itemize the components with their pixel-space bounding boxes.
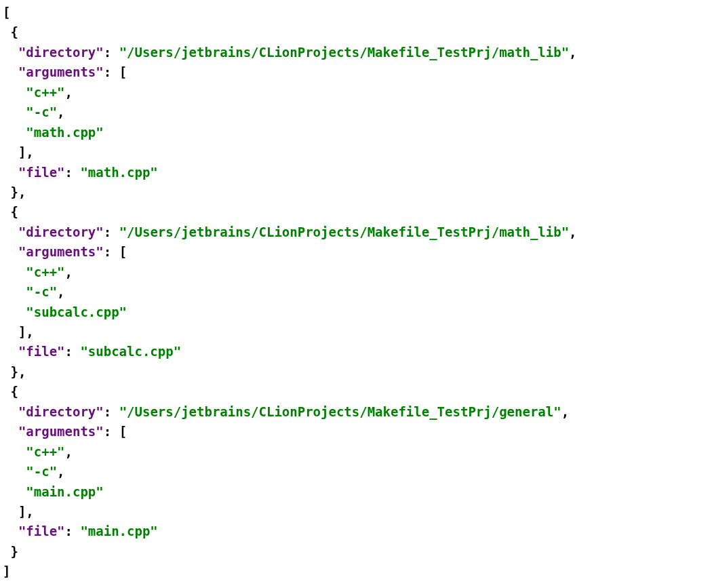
- comma: ,: [561, 404, 569, 419]
- comma: ,: [65, 444, 73, 459]
- comma: ,: [569, 224, 576, 239]
- colon: :: [65, 165, 81, 180]
- json-string: "-c": [26, 284, 57, 299]
- bracket-close: ],: [18, 324, 34, 339]
- json-string: "c++": [26, 444, 64, 459]
- bracket-open: [: [119, 64, 127, 79]
- brace-open: {: [10, 204, 18, 219]
- bracket-close: ],: [18, 144, 34, 159]
- bracket-open: [: [119, 244, 127, 259]
- colon: :: [104, 224, 119, 239]
- bracket-close: ]: [3, 564, 10, 579]
- json-key: "file": [18, 344, 65, 359]
- json-string: "/Users/jetbrains/CLionProjects/Makefile…: [119, 224, 569, 239]
- json-string: "subcalc.cpp": [26, 305, 127, 319]
- json-key: "directory": [18, 45, 104, 60]
- bracket-open: [: [119, 424, 127, 439]
- json-code-block: [ { "directory": "/Users/jetbrains/CLion…: [0, 0, 712, 585]
- comma: ,: [65, 264, 73, 279]
- brace-open: {: [10, 384, 18, 399]
- brace-close: },: [10, 184, 26, 199]
- brace-open: {: [10, 24, 18, 39]
- comma: ,: [57, 284, 64, 299]
- comma: ,: [569, 45, 576, 60]
- json-key: "arguments": [18, 244, 104, 259]
- json-key: "directory": [18, 404, 104, 419]
- colon: :: [104, 64, 119, 79]
- json-string: "math.cpp": [80, 165, 157, 180]
- json-string: "c++": [26, 85, 64, 100]
- json-string: "subcalc.cpp": [80, 344, 181, 359]
- colon: :: [104, 404, 119, 419]
- colon: :: [104, 45, 119, 60]
- colon: :: [104, 244, 119, 259]
- brace-close: }: [10, 544, 18, 559]
- comma: ,: [57, 464, 64, 479]
- json-string: "/Users/jetbrains/CLionProjects/Makefile…: [119, 404, 561, 419]
- bracket-open: [: [3, 5, 10, 20]
- json-key: "arguments": [18, 424, 104, 439]
- json-string: "-c": [26, 104, 57, 119]
- colon: :: [65, 344, 81, 359]
- json-key: "file": [18, 165, 65, 180]
- json-string: "main.cpp": [80, 524, 157, 538]
- brace-close: },: [10, 364, 26, 379]
- comma: ,: [57, 104, 64, 119]
- json-string: "math.cpp": [26, 125, 103, 140]
- json-key: "arguments": [18, 64, 104, 79]
- json-key: "directory": [18, 224, 104, 239]
- colon: :: [104, 424, 119, 439]
- json-string: "/Users/jetbrains/CLionProjects/Makefile…: [119, 45, 569, 60]
- json-string: "main.cpp": [26, 484, 103, 499]
- comma: ,: [65, 85, 73, 100]
- json-string: "c++": [26, 264, 64, 279]
- colon: :: [65, 524, 81, 538]
- json-key: "file": [18, 524, 65, 538]
- bracket-close: ],: [18, 504, 34, 519]
- json-string: "-c": [26, 464, 57, 479]
